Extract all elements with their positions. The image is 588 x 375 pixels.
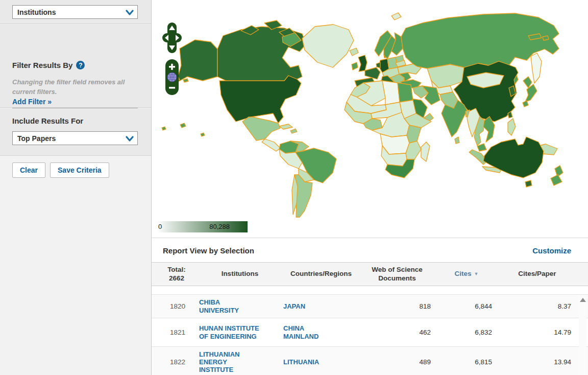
help-icon[interactable]: ?	[76, 61, 85, 69]
table-scrollbar[interactable]	[579, 295, 586, 375]
filter-section-title: Filter Results By	[12, 61, 72, 69]
clear-button[interactable]: Clear	[12, 162, 45, 178]
cites-value: 6,832	[435, 318, 498, 346]
sort-desc-icon: ▼	[474, 271, 479, 277]
zoom-out-icon	[169, 87, 175, 89]
table-body: 1820 CHIBA UNIVERSITY JAPAN 818 6,844 8.…	[152, 294, 588, 375]
world-choropleth-map[interactable]	[152, 0, 588, 236]
country-link[interactable]: CHINA MAINLAND	[283, 318, 359, 346]
column-wos-documents: Web of Science Documents	[359, 263, 435, 286]
table-row: 1822 LITHUANIAN ENERGY INSTITUTE LITHUAN…	[152, 347, 588, 375]
cites-per-paper-value: 13.94	[498, 347, 577, 375]
table-header: Total:2662 Institutions Countries/Region…	[152, 262, 588, 286]
report-section: Report View by Selection Customize Total…	[152, 238, 588, 375]
table-row: 1820 CHIBA UNIVERSITY JAPAN 818 6,844 8.…	[152, 295, 588, 318]
map-legend: 0 80,288	[157, 221, 248, 232]
entity-select-value: Institutions	[17, 8, 56, 16]
institution-link[interactable]: CHIBA UNIVERSITY	[197, 295, 283, 318]
actions-section: Clear Save Criteria	[0, 156, 151, 375]
column-total: Total:2662	[157, 263, 197, 286]
country-link[interactable]: LITHUANIA	[283, 347, 359, 375]
column-institutions: Institutions	[197, 263, 283, 286]
include-results-select[interactable]: Top Papers	[12, 131, 138, 145]
include-section-title: Include Results For	[12, 116, 83, 125]
filter-section: Filter Results By ? Changing the filter …	[0, 25, 151, 108]
include-section: Include Results For Top Papers	[0, 108, 151, 156]
legend-min: 0	[158, 223, 162, 230]
legend-max: 80,288	[209, 223, 230, 230]
scroll-up-icon[interactable]	[580, 298, 586, 302]
cites-per-paper-value: 14.79	[498, 318, 577, 346]
institution-link[interactable]: HUNAN INSTITUTE OF ENGINEERING	[197, 318, 283, 346]
cites-value: 6,844	[435, 295, 498, 318]
table-row: 1821 HUNAN INSTITUTE OF ENGINEERING CHIN…	[152, 318, 588, 347]
documents-value: 818	[359, 295, 435, 318]
documents-value: 462	[359, 318, 435, 346]
cites-per-paper-value: 8.37	[498, 295, 577, 318]
entity-select[interactable]: Institutions	[12, 5, 138, 19]
add-filter-link[interactable]: Add Filter »	[12, 98, 52, 106]
pan-control[interactable]	[162, 22, 182, 53]
report-title: Report View by Selection	[163, 246, 254, 255]
map-controls	[161, 22, 197, 99]
institution-link[interactable]: LITHUANIAN ENERGY INSTITUTE	[197, 347, 283, 375]
chevron-down-icon	[126, 135, 134, 144]
documents-value: 489	[359, 347, 435, 375]
customize-link[interactable]: Customize	[532, 246, 571, 255]
row-rank: 1821	[157, 318, 197, 346]
save-criteria-button[interactable]: Save Criteria	[50, 162, 109, 178]
filter-note: Changing the filter field removes all cu…	[12, 78, 140, 97]
main-content: 0 80,288 Report View by Selection Custom…	[152, 0, 588, 375]
column-cites-sort[interactable]: Cites ▼	[435, 263, 498, 286]
cites-value: 6,815	[435, 347, 498, 375]
column-cites-per-paper: Cites/Paper	[498, 263, 577, 286]
page: Institutions Filter Results By ? Changin…	[0, 0, 588, 375]
column-countries: Countries/Regions	[283, 263, 359, 286]
include-results-value: Top Papers	[17, 134, 56, 143]
sidebar: Institutions Filter Results By ? Changin…	[0, 0, 152, 375]
entity-section: Institutions	[0, 0, 151, 24]
country-link[interactable]: JAPAN	[283, 295, 359, 318]
zoom-control[interactable]	[165, 59, 179, 95]
chevron-down-icon	[126, 9, 134, 17]
row-rank: 1820	[157, 295, 197, 318]
row-rank: 1822	[157, 347, 197, 375]
